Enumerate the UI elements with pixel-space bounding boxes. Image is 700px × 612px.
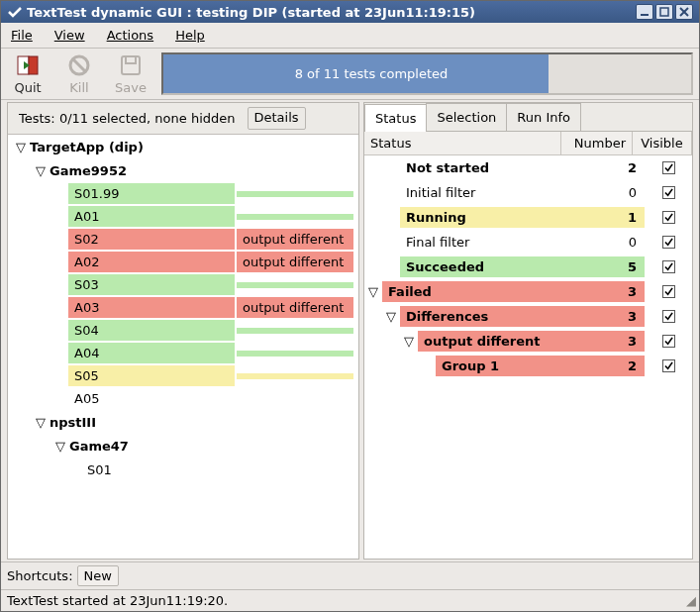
visible-cell [645,160,692,175]
visible-checkbox[interactable] [662,335,675,348]
status-count: 1 [587,207,645,228]
progress-bar: 8 of 11 tests completed [161,52,693,95]
status-row[interactable]: Succeeded5 [364,255,692,279]
tree-test[interactable]: S01.99 [67,182,358,205]
menu-view[interactable]: View [50,26,89,45]
chevron-down-icon[interactable]: ▽ [400,334,418,349]
tree-test[interactable]: A03output different [67,296,358,319]
tree-test[interactable]: S05 [67,364,358,387]
minimize-button[interactable] [636,4,653,20]
svg-rect-5 [29,56,38,74]
status-pane: Status Selection Run Info Status Number … [363,102,693,560]
menu-help[interactable]: Help [171,26,209,45]
kill-icon [65,52,93,78]
status-tree[interactable]: Not started2Initial filter0Running1Final… [364,155,692,559]
visible-checkbox[interactable] [662,161,675,174]
status-row[interactable]: Initial filter0 [364,180,692,205]
status-count: 0 [587,182,645,203]
visible-checkbox[interactable] [662,211,675,224]
tree-test[interactable]: A02output different [67,251,358,273]
test-name: S02 [67,228,236,251]
status-label: Not started [400,157,587,178]
visible-cell [645,210,692,225]
app-icon [7,4,23,20]
resize-grip-icon[interactable]: ◢ [686,593,693,608]
chevron-down-icon[interactable]: ▽ [364,284,382,299]
visible-checkbox[interactable] [662,186,675,199]
col-status[interactable]: Status [364,132,561,154]
tree-test[interactable]: A05 [67,387,358,410]
shortcuts-bar: Shortcuts: New [1,561,699,589]
menu-actions[interactable]: Actions [103,26,158,45]
chevron-down-icon[interactable]: ▽ [51,439,69,454]
visible-checkbox[interactable] [662,260,675,273]
status-label: Final filter [400,232,587,253]
menu-file[interactable]: File [7,26,37,45]
visible-checkbox[interactable] [662,359,675,372]
tree-test[interactable]: S01 [8,458,358,481]
status-count: 5 [587,256,645,277]
col-visible[interactable]: Visible [633,132,692,154]
visible-cell [645,185,692,200]
status-row[interactable]: Not started2 [364,155,692,180]
tests-selection-info: Tests: 0/11 selected, none hidden [13,107,242,130]
tree-test[interactable]: S04 [67,319,358,342]
test-message: output different [236,251,354,273]
test-name: S04 [67,319,236,342]
chevron-down-icon[interactable]: ▽ [32,163,50,178]
tab-status[interactable]: Status [364,104,427,132]
status-row[interactable]: Group 12 [364,354,692,378]
close-button[interactable] [675,4,693,20]
maximize-button[interactable] [655,4,673,20]
status-row[interactable]: ▽Failed3 [364,279,692,304]
chevron-down-icon[interactable]: ▽ [382,309,400,324]
visible-cell [645,358,692,373]
status-text: TextTest started at 23Jun11:19:20. [7,593,228,608]
test-name: A03 [67,296,236,319]
chevron-down-icon[interactable]: ▽ [12,140,30,154]
new-shortcut-button[interactable]: New [77,565,119,586]
status-table-header: Status Number Visible [364,132,692,155]
svg-rect-1 [660,8,668,16]
tree-test[interactable]: A04 [67,342,358,364]
tree-test[interactable]: S03 [67,273,358,296]
kill-button: Kill [58,52,100,95]
status-label: Initial filter [400,182,587,203]
progress-label: 8 of 11 tests completed [295,66,449,81]
test-name: S03 [67,273,236,296]
chevron-down-icon[interactable]: ▽ [32,415,50,430]
tree-suite[interactable]: ▽ Game9952 [8,158,358,182]
test-message: output different [236,296,354,319]
status-row[interactable]: ▽Differences3 [364,304,692,329]
tab-selection[interactable]: Selection [426,103,507,131]
status-label: Running [400,207,587,228]
visible-cell [645,284,692,299]
titlebar: TextTest dynamic GUI : testing DIP (star… [1,1,699,23]
tree-test[interactable]: S02output different [67,228,358,251]
visible-checkbox[interactable] [662,310,675,323]
tree-root[interactable]: ▽ TargetApp (dip) [8,135,358,158]
test-message [236,395,354,403]
quit-button[interactable]: Quit [7,52,49,95]
tree-suite[interactable]: ▽ npstIII [8,410,358,434]
menubar: File View Actions Help [1,23,699,49]
test-message [236,213,354,221]
save-icon [117,52,145,78]
tab-runinfo[interactable]: Run Info [506,103,581,131]
tree-suite[interactable]: ▽ Game47 [8,434,358,458]
status-row[interactable]: Final filter0 [364,230,692,255]
details-button[interactable]: Details [248,107,306,130]
visible-checkbox[interactable] [662,285,675,298]
col-number[interactable]: Number [561,132,633,154]
status-row[interactable]: Running1 [364,205,692,230]
tree-test[interactable]: A01 [67,205,358,228]
status-row[interactable]: ▽output different3 [364,329,692,354]
kill-label: Kill [69,80,88,95]
test-message [236,327,354,335]
visible-cell [645,259,692,274]
visible-checkbox[interactable] [662,236,675,249]
app-window: TextTest dynamic GUI : testing DIP (star… [0,0,700,612]
status-count: 0 [587,232,645,253]
svg-rect-9 [122,56,140,74]
tests-tree[interactable]: ▽ TargetApp (dip) ▽ Game9952 S01.99A01S0… [8,135,358,559]
